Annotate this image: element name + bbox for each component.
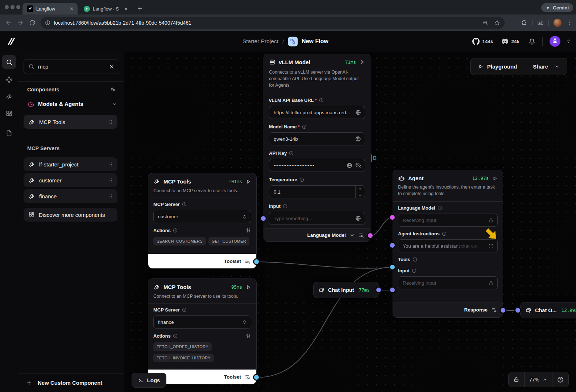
side-panel-icon[interactable]: [537, 20, 544, 26]
chevron-down-icon[interactable]: [555, 64, 560, 69]
help-button[interactable]: [552, 372, 568, 387]
api-key-input[interactable]: •••••••••••••••••••••••••: [269, 159, 365, 172]
globe-icon[interactable]: [355, 110, 361, 115]
info-icon[interactable]: [173, 334, 178, 338]
playground-button[interactable]: Playground: [487, 63, 517, 70]
info-icon[interactable]: [283, 204, 287, 209]
chevron-down-icon[interactable]: [349, 232, 355, 238]
globe-icon[interactable]: [347, 162, 352, 168]
notes-icon[interactable]: [5, 130, 12, 137]
close-window-button[interactable]: [5, 5, 9, 9]
info-icon[interactable]: [182, 308, 187, 312]
gemini-badge[interactable]: Gemini: [541, 3, 573, 12]
url-text[interactable]: localhost:7860/flow/aa5bb21b-2d71-4ffb-9…: [54, 20, 479, 26]
globe-icon[interactable]: [355, 136, 361, 142]
tab-langflow[interactable]: Langflow: [22, 3, 78, 15]
clear-search-icon[interactable]: [109, 64, 115, 70]
handle-vllm-output[interactable]: [368, 233, 373, 238]
chevron-down-icon[interactable]: [112, 101, 117, 107]
refresh-icon[interactable]: [29, 20, 36, 26]
mcp-icon[interactable]: [5, 93, 13, 100]
mcp-server-select[interactable]: finance: [153, 315, 251, 329]
drag-handle-icon[interactable]: [108, 193, 114, 199]
action-tag[interactable]: FETCH_INVOICE_HISTORY: [153, 354, 214, 362]
handle-agent-instructions-input[interactable]: [390, 243, 395, 248]
handle-agent-response-output[interactable]: [501, 308, 505, 313]
user-avatar[interactable]: [550, 36, 560, 47]
sidebar-item-mcp-tools[interactable]: MCP Tools: [24, 115, 117, 129]
inspect-output-icon[interactable]: [245, 374, 250, 380]
info-icon[interactable]: [442, 231, 447, 236]
node-output-row[interactable]: Response: [393, 302, 503, 317]
lock-canvas-button[interactable]: [509, 372, 524, 387]
play-icon[interactable]: [245, 284, 251, 290]
handle-chatinput-output[interactable]: [376, 288, 381, 292]
node-mcp-tools-customer[interactable]: MCP Tools 101ms Connect to an MCP server…: [148, 173, 257, 269]
browser-profile-avatar[interactable]: [554, 19, 562, 27]
bundles-icon[interactable]: [5, 110, 13, 117]
play-icon[interactable]: [359, 59, 365, 65]
new-tab-icon[interactable]: [137, 6, 143, 12]
window-controls[interactable]: [5, 5, 20, 9]
info-icon[interactable]: [413, 257, 417, 262]
handle-mcp2-toolset-output[interactable]: [254, 375, 259, 380]
handle-mcp1-toolset-output[interactable]: [254, 259, 259, 264]
play-icon[interactable]: [245, 179, 251, 185]
back-icon[interactable]: [5, 19, 12, 26]
bookmark-star-icon[interactable]: [494, 20, 500, 26]
node-output-row[interactable]: Toolset: [148, 254, 256, 268]
inspect-output-icon[interactable]: [359, 232, 364, 238]
drag-handle-icon[interactable]: [108, 119, 114, 125]
filter-sliders-icon[interactable]: [110, 86, 116, 92]
search-input[interactable]: mcp: [24, 59, 119, 74]
chevron-up-icon[interactable]: [542, 377, 547, 382]
logs-button[interactable]: Logs: [132, 373, 166, 388]
maximize-window-button[interactable]: [16, 5, 20, 9]
handle-agent-input[interactable]: [390, 288, 395, 292]
increment-icon[interactable]: +: [356, 186, 365, 192]
globe-icon[interactable]: [355, 215, 361, 221]
drag-handle-icon[interactable]: [108, 161, 114, 168]
play-icon[interactable]: [492, 176, 498, 181]
node-output-row[interactable]: Language Model: [264, 228, 370, 242]
inspect-output-icon[interactable]: [491, 307, 497, 313]
components-icon[interactable]: [5, 76, 13, 83]
site-info-icon[interactable]: [45, 20, 50, 25]
info-icon[interactable]: [182, 202, 187, 207]
expand-icon[interactable]: [488, 243, 494, 249]
close-tab-icon[interactable]: [124, 7, 128, 11]
menu-dots-icon[interactable]: [566, 20, 572, 26]
breadcrumb-project[interactable]: Starter Project: [243, 38, 278, 45]
temperature-input[interactable]: 0.1 +−: [269, 185, 365, 198]
handle-agent-lm-input[interactable]: [390, 215, 395, 220]
model-name-input[interactable]: qwen3-14b: [269, 132, 365, 145]
action-tag[interactable]: SEARCH_CUSTOMERS: [153, 237, 206, 245]
close-tab-icon[interactable]: [69, 7, 74, 11]
zoom-control[interactable]: 77%: [524, 372, 552, 387]
info-icon[interactable]: [302, 124, 307, 129]
handle-vllm-input[interactable]: [261, 216, 266, 221]
extensions-icon[interactable]: [521, 20, 527, 26]
actions-sliders-icon[interactable]: [245, 333, 251, 339]
action-tag[interactable]: FETCH_ORDER_HISTORY: [153, 342, 212, 351]
sidebar-item-server[interactable]: lf-starter_project: [24, 157, 117, 171]
info-icon[interactable]: [173, 228, 178, 233]
handle-agent-tools-input[interactable]: [390, 265, 395, 269]
info-icon[interactable]: [299, 177, 304, 182]
minimize-window-button[interactable]: [11, 5, 14, 9]
github-stars[interactable]: 144k: [482, 39, 493, 44]
action-tag[interactable]: GET_CUSTOMER: [208, 237, 249, 245]
quantity-stepper[interactable]: +−: [355, 186, 365, 198]
drag-handle-icon[interactable]: [108, 177, 114, 183]
address-bar[interactable]: localhost:7860/flow/aa5bb21b-2d71-4ffb-9…: [41, 17, 505, 29]
zoom-page-icon[interactable]: [482, 20, 488, 26]
mcp-server-select[interactable]: customer: [153, 210, 251, 223]
handle-chatoutput-input[interactable]: [515, 308, 520, 313]
account-expand-icon[interactable]: [566, 39, 571, 44]
sidebar-item-server[interactable]: customer: [24, 173, 117, 187]
info-icon[interactable]: [438, 206, 442, 210]
node-mcp-tools-finance[interactable]: MCP Tools 95ms Connect to an MCP server …: [148, 278, 257, 384]
agent-instructions-input[interactable]: You are a helpful assistant that can: [398, 239, 498, 252]
github-icon[interactable]: [472, 38, 480, 45]
langflow-logo[interactable]: [7, 36, 17, 46]
